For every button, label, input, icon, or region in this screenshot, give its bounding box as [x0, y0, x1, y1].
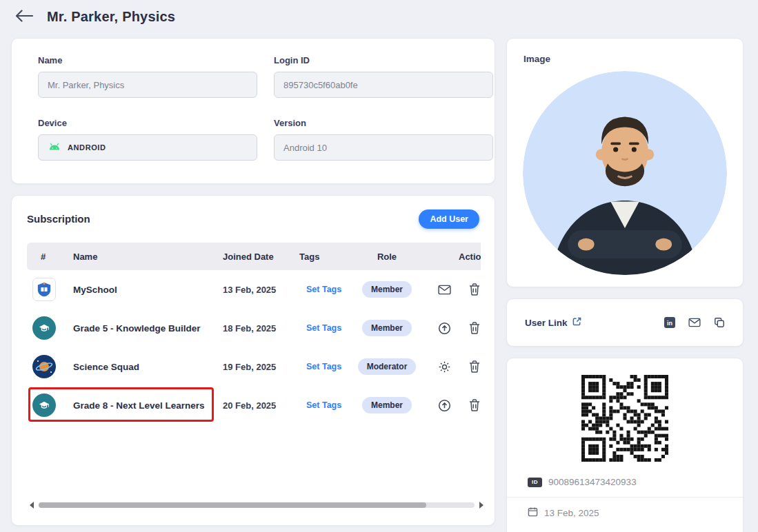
device-label: Device	[38, 118, 257, 128]
user-link[interactable]: User Link	[525, 316, 581, 329]
qr-code	[581, 375, 668, 462]
mail-icon[interactable]	[438, 285, 451, 295]
joined-date-value: 13 Feb, 2025	[544, 508, 599, 518]
user-link-card: User Link in	[506, 298, 744, 347]
device-field[interactable]: ANDROID	[38, 134, 257, 161]
set-tags-link[interactable]: Set Tags	[306, 323, 341, 333]
mail-icon[interactable]	[688, 318, 701, 327]
calendar-icon	[528, 507, 538, 519]
image-card: Image	[506, 38, 744, 287]
role-badge: Member	[362, 281, 412, 298]
scroll-left-arrow[interactable]	[30, 502, 34, 509]
name-field-group: Name	[38, 55, 257, 104]
subscription-row-science-squad[interactable]: Science Squad 19 Feb, 2025 Set Tags Mode…	[27, 347, 481, 386]
row-joined-date: 13 Feb, 2025	[212, 285, 289, 295]
role-badge: Moderator	[358, 358, 417, 375]
row-name: MySchool	[66, 285, 212, 295]
copy-icon[interactable]	[714, 317, 725, 328]
table-header-row: # Name Joined Date Tags Role Action	[27, 243, 481, 270]
promote-icon[interactable]	[438, 399, 451, 412]
row-name: Grade 8 - Next Level Learners	[66, 400, 212, 411]
subscription-row-grade5[interactable]: Grade 5 - Knowledge Builder 18 Feb, 2025…	[27, 309, 481, 347]
version-field-group: Version	[274, 118, 493, 167]
col-header-index: #	[27, 252, 66, 262]
subscription-header: Subscription Add User	[27, 211, 479, 230]
row-name: Science Squad	[66, 362, 212, 372]
page-title: Mr. Parker, Physics	[47, 9, 175, 25]
login-id-input[interactable]	[274, 72, 493, 98]
subscription-row-grade8[interactable]: Grade 8 - Next Level Learners 20 Feb, 20…	[27, 386, 481, 424]
scrollbar-track[interactable]	[39, 502, 475, 508]
user-detail-page: Mr. Parker, Physics Name Login ID Device	[0, 0, 758, 532]
grade8-avatar	[32, 393, 56, 417]
grade5-avatar	[32, 316, 56, 340]
joined-date-row: 13 Feb, 2025	[507, 498, 743, 528]
subscription-card: Subscription Add User # Name Joined Date…	[11, 195, 495, 526]
trash-icon[interactable]	[469, 283, 480, 296]
horizontal-scrollbar	[30, 502, 483, 509]
user-id-row: ID 90089613473420933	[528, 477, 743, 487]
id-badge-icon: ID	[528, 478, 542, 487]
col-header-joined: Joined Date	[212, 252, 289, 262]
android-icon	[48, 141, 61, 154]
scrollbar-thumb[interactable]	[39, 502, 426, 508]
name-label: Name	[38, 55, 257, 65]
login-field-group: Login ID	[274, 55, 493, 104]
version-input[interactable]	[274, 134, 493, 161]
image-label: Image	[523, 54, 726, 64]
col-header-tags: Tags	[289, 252, 355, 262]
col-header-name: Name	[66, 252, 212, 262]
user-link-actions: in	[664, 317, 725, 328]
arrow-left-icon	[15, 10, 33, 24]
row-joined-date: 19 Feb, 2025	[212, 362, 289, 372]
trash-icon[interactable]	[469, 360, 480, 373]
name-input[interactable]	[38, 72, 257, 98]
trash-icon[interactable]	[469, 322, 480, 334]
id-card: ID 90089613473420933 13 Feb, 2025	[506, 358, 744, 532]
scroll-right-arrow[interactable]	[479, 502, 483, 509]
set-tags-link[interactable]: Set Tags	[306, 400, 341, 410]
set-tags-link[interactable]: Set Tags	[306, 285, 341, 294]
role-badge: Member	[362, 320, 412, 336]
row-name: Grade 5 - Knowledge Builder	[66, 323, 212, 334]
manage-icon[interactable]	[438, 360, 451, 374]
col-header-action: Action	[419, 252, 481, 262]
col-header-role: Role	[355, 252, 419, 262]
subscription-table: # Name Joined Date Tags Role Action	[27, 243, 481, 424]
myschool-logo	[32, 278, 56, 301]
science-squad-avatar	[32, 355, 56, 378]
subscription-row-myschool[interactable]: MySchool 13 Feb, 2025 Set Tags Member	[27, 270, 481, 309]
profile-card: Name Login ID Device ANDROID	[11, 38, 495, 184]
login-id-label: Login ID	[274, 55, 493, 65]
external-link-icon	[572, 316, 581, 329]
user-id-value: 90089613473420933	[548, 477, 637, 487]
user-link-label: User Link	[525, 318, 568, 328]
profile-photo	[523, 71, 727, 278]
promote-icon[interactable]	[438, 322, 451, 335]
page-header: Mr. Parker, Physics	[14, 8, 175, 25]
row-joined-date: 20 Feb, 2025	[212, 400, 289, 411]
subscription-title: Subscription	[27, 211, 479, 225]
trash-icon[interactable]	[469, 399, 480, 411]
row-joined-date: 18 Feb, 2025	[212, 323, 289, 334]
device-field-group: Device ANDROID	[38, 118, 257, 167]
back-button[interactable]	[14, 8, 34, 25]
version-label: Version	[274, 118, 493, 128]
svg-text:in: in	[667, 320, 672, 327]
set-tags-link[interactable]: Set Tags	[306, 362, 341, 371]
role-badge: Member	[362, 397, 412, 413]
device-value: ANDROID	[68, 143, 106, 152]
add-user-button[interactable]: Add User	[419, 209, 479, 229]
linkedin-icon[interactable]: in	[664, 317, 675, 328]
